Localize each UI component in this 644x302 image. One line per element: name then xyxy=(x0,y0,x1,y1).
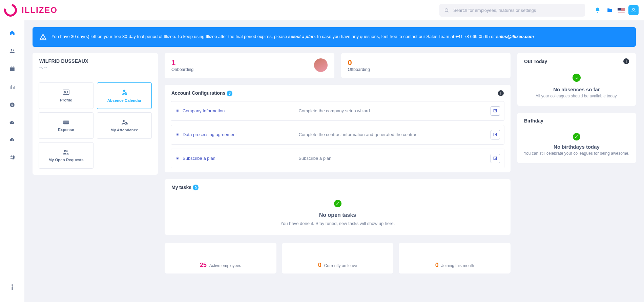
svg-point-18 xyxy=(43,38,43,39)
tasks-count-badge: 0 xyxy=(193,185,199,190)
birthday-title: Birthday xyxy=(524,118,543,124)
svg-point-15 xyxy=(12,284,13,286)
cfg-count-badge: 3 xyxy=(227,91,232,96)
user-card: WILFRID DUSSEAUX --, -- Profile Absence … xyxy=(33,53,158,175)
gear-icon xyxy=(175,109,180,113)
tile-expense-label: Expense xyxy=(58,128,74,132)
open-icon[interactable] xyxy=(491,130,500,139)
info-icon[interactable]: i xyxy=(623,58,629,64)
svg-text:$: $ xyxy=(12,103,13,107)
svg-line-1 xyxy=(448,11,449,12)
nav-calendar-icon[interactable] xyxy=(8,66,16,74)
search-input[interactable] xyxy=(453,7,580,13)
brand[interactable]: ILLIZEO xyxy=(4,4,89,17)
my-tasks: My tasks 0 ✓ No open tasks You have done… xyxy=(165,179,511,235)
gear-icon xyxy=(175,156,180,161)
on-leave-label: Currently on leave xyxy=(324,263,357,268)
tile-absence-label: Absence Calendar xyxy=(107,98,141,102)
nav-reports-icon[interactable] xyxy=(8,84,16,92)
svg-rect-16 xyxy=(12,286,13,290)
on-leave-value: 0 xyxy=(318,262,321,269)
stat-active-employees[interactable]: 25Active employees xyxy=(165,243,276,273)
cfg-row: Company Information Complete the company… xyxy=(171,101,504,121)
check-circle-icon: ✓ xyxy=(334,200,341,207)
svg-point-2 xyxy=(632,8,634,10)
out-today-title: Out Today xyxy=(524,59,547,64)
tasks-empty-title: No open tasks xyxy=(319,212,356,218)
out-today-headline: No absences so far xyxy=(553,87,600,92)
out-today-sub: All your colleagues should be available … xyxy=(536,94,618,98)
tile-requests-label: My Open Requests xyxy=(48,158,84,162)
info-icon[interactable]: i xyxy=(498,90,504,96)
select-plan-link[interactable]: select a plan xyxy=(288,34,315,39)
onboarding-label: Onboarding xyxy=(171,67,193,72)
svg-rect-25 xyxy=(63,121,69,122)
sales-email-link[interactable]: sales@illizeo.com xyxy=(496,34,534,39)
search-icon xyxy=(444,8,449,13)
svg-point-28 xyxy=(64,150,66,152)
open-icon[interactable] xyxy=(491,154,500,163)
stat-offboarding[interactable]: 0 Offboarding xyxy=(341,53,511,78)
cfg-row-desc: Complete the contract information and ge… xyxy=(298,132,484,137)
birthday: Birthday ✓ No birthdays today You can st… xyxy=(517,113,636,163)
nav-home-icon[interactable] xyxy=(8,30,16,38)
tile-profile-label: Profile xyxy=(60,98,72,102)
topbar-actions xyxy=(593,5,639,15)
svg-point-20 xyxy=(64,91,66,92)
main-content: You have 30 day(s) left on your free 30-… xyxy=(24,20,644,302)
nav-info-icon[interactable] xyxy=(8,284,16,292)
cfg-title: Account Configurations xyxy=(171,90,225,96)
nav-upload-icon[interactable] xyxy=(8,120,16,127)
sidebar: $ xyxy=(0,20,24,302)
tile-absence-calendar[interactable]: Absence Calendar xyxy=(97,82,152,109)
tasks-empty-sub: You have done it. Stay tuned, new tasks … xyxy=(281,221,395,226)
language-flag-us[interactable] xyxy=(618,8,625,13)
svg-point-26 xyxy=(123,120,125,122)
nav-settings-icon[interactable] xyxy=(8,154,16,162)
topbar: ILLIZEO xyxy=(0,0,644,20)
svg-point-36 xyxy=(576,77,576,77)
tile-attendance[interactable]: My Attendance xyxy=(97,112,152,139)
cfg-row-desc: Complete the company setup wizard xyxy=(298,108,484,113)
birthday-sub: You can still celebrate your colleagues … xyxy=(524,151,629,156)
files-icon[interactable] xyxy=(605,6,614,15)
user-menu-button[interactable] xyxy=(628,5,639,15)
notifications-icon[interactable] xyxy=(593,6,602,15)
tile-profile[interactable]: Profile xyxy=(39,82,94,109)
account-configurations: Account Configurations 3 i Company Infor… xyxy=(165,85,511,172)
out-today: Out Today i No absences so far All your … xyxy=(517,53,636,106)
gear-icon xyxy=(175,132,180,137)
brand-icon xyxy=(2,1,19,19)
cfg-row-desc: Subscribe a plan xyxy=(298,156,484,161)
nav-download-icon[interactable] xyxy=(8,137,16,144)
tile-expense[interactable]: Expense xyxy=(39,112,94,139)
cfg-row-title[interactable]: Company Information xyxy=(183,108,225,113)
warning-icon xyxy=(39,33,47,41)
svg-rect-19 xyxy=(63,90,69,95)
trial-banner: You have 30 day(s) left on your free 30-… xyxy=(33,27,636,47)
svg-rect-31 xyxy=(494,109,496,112)
global-search[interactable] xyxy=(439,4,585,17)
onboarding-value: 1 xyxy=(171,58,193,67)
stat-onboarding[interactable]: 1 Onboarding xyxy=(165,53,334,78)
cfg-row-title[interactable]: Data processing agreement xyxy=(183,132,237,137)
user-name: WILFRID DUSSEAUX xyxy=(39,58,151,64)
svg-point-0 xyxy=(445,8,448,12)
stat-on-leave[interactable]: 0Currently on leave xyxy=(282,243,394,273)
tile-open-requests[interactable]: My Open Requests xyxy=(39,142,94,169)
svg-rect-35 xyxy=(494,157,496,159)
offboarding-value: 0 xyxy=(348,58,370,67)
cfg-row-title[interactable]: Subscribe a plan xyxy=(183,156,215,161)
user-subtitle: --, -- xyxy=(39,65,151,70)
svg-point-29 xyxy=(66,150,68,152)
nav-payroll-icon[interactable]: $ xyxy=(8,102,16,110)
stat-joining[interactable]: 0Joining this month xyxy=(399,243,511,273)
tile-attendance-label: My Attendance xyxy=(110,128,138,132)
joining-label: Joining this month xyxy=(441,263,474,268)
trial-banner-text: You have 30 day(s) left on your free 30-… xyxy=(51,33,534,40)
svg-point-3 xyxy=(11,49,13,51)
cfg-row: Subscribe a plan Subscribe a plan xyxy=(171,149,504,168)
svg-point-4 xyxy=(13,50,14,51)
nav-people-icon[interactable] xyxy=(8,48,16,56)
open-icon[interactable] xyxy=(491,106,500,116)
